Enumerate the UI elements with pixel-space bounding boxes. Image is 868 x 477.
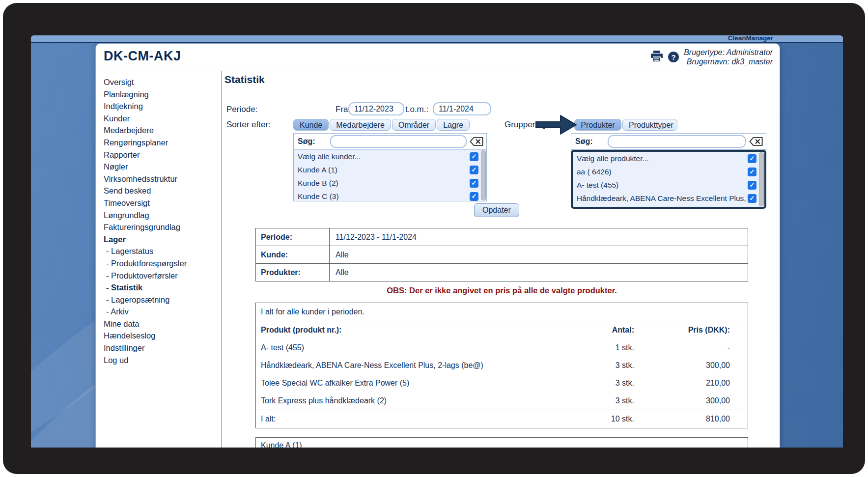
list-item[interactable]: Kunde C (3) ✓ — [294, 190, 486, 201]
fra-date-input[interactable] — [348, 102, 404, 115]
user-name-label: Brugernavn: dk3_master — [684, 57, 773, 66]
totals-table-caption: I alt for alle kunder i perioden. — [256, 303, 748, 321]
window-header: DK-CM-AKJ ? Brugertype: Administrator Br… — [96, 44, 780, 71]
table-row: Håndklædeark, ABENA Care-Ness Excellent … — [256, 357, 748, 374]
sidebar-item-oversigt[interactable]: Oversigt — [104, 76, 222, 88]
table-row: Tork Express plus håndklædeark (2) 3 stk… — [256, 392, 748, 410]
list-item[interactable]: aa ( 6426) ✓ — [573, 165, 764, 178]
summary-table: Periode: 11/12-2023 - 11/1-2024 Kunde: A… — [255, 228, 748, 281]
opdater-button[interactable]: Opdater — [474, 203, 519, 217]
customer-list: Vælg alle kunder... ✓ Kunde A (1) ✓ Kund… — [294, 150, 486, 201]
page-background: CleanManager DK-CM-AKJ ? Brugertype: Adm… — [31, 35, 843, 448]
sidebar-item-send-besked[interactable]: Send besked — [104, 185, 222, 197]
product-search-input[interactable] — [608, 135, 746, 148]
brand-logo-text: CleanManager — [728, 35, 773, 42]
page-title: Statistik — [224, 74, 265, 85]
checkbox-checked-icon[interactable]: ✓ — [470, 179, 478, 188]
sidebar-item-faktureringsgrundlag[interactable]: Faktureringsgrundlag — [104, 221, 222, 233]
list-item[interactable]: Vælg alle produkter... ✓ — [573, 152, 764, 165]
summary-row: Periode: 11/12-2023 - 11/1-2024 — [256, 228, 748, 246]
checkbox-checked-icon[interactable]: ✓ — [470, 166, 478, 174]
next-section-caption: Kunde A (1) — [256, 438, 748, 448]
sidebar-item-longrundlag[interactable]: Løngrundlag — [104, 209, 222, 222]
sidebar-item-statistik[interactable]: - Statistik — [104, 281, 222, 294]
periode-label: Periode: — [226, 105, 257, 114]
list-item[interactable]: A- test (455) ✓ — [573, 178, 764, 192]
sidebar-item-arkiv[interactable]: - Arkiv — [104, 306, 222, 318]
sidebar-item-lagerstatus[interactable]: - Lagerstatus — [104, 245, 222, 257]
sidebar-item-rengoringsplaner[interactable]: Rengøringsplaner — [104, 137, 222, 149]
table-total-row: I alt: 10 stk. 810,00 — [256, 410, 748, 428]
customer-search-input[interactable] — [330, 135, 467, 148]
checkbox-checked-icon[interactable]: ✓ — [470, 192, 478, 201]
summary-row: Kunde: Alle — [256, 246, 748, 264]
next-customer-section: Kunde A (1) — [255, 437, 748, 448]
sidebar-item-haendelseslog[interactable]: Hændelseslog — [104, 330, 222, 342]
sidebar-item-medarbejdere[interactable]: Medarbejdere — [104, 124, 222, 137]
sorter-efter-label: Sorter efter: — [226, 120, 271, 130]
customer-list-scrollbar[interactable] — [481, 150, 486, 200]
customer-search-row: Søg: — [294, 134, 486, 150]
sidebar-item-lageropsaetning[interactable]: - Lageropsætning — [104, 294, 222, 306]
sidebar-item-log-ud[interactable]: Log ud — [104, 354, 222, 366]
table-row: A- test (455) 1 stk. - — [256, 339, 748, 357]
sidebar-item-produktforesporgsler[interactable]: - Produktforespørgsler — [104, 257, 222, 270]
tab-medarbejdere[interactable]: Medarbejdere — [330, 119, 391, 131]
table-row: Toiee Special WC afkalker Extra Power (5… — [256, 374, 748, 392]
tab-produkttyper[interactable]: Produkttyper — [622, 119, 677, 131]
group-tabbar: Produkter Produkttyper — [574, 119, 677, 131]
product-list: Vælg alle produkter... ✓ aa ( 6426) ✓ A-… — [571, 150, 766, 209]
main-content: Statistik Periode: Fra: t.o.m.: Sorter e… — [223, 71, 780, 448]
totals-table-header: Produkt (produkt nr.): Antal: Pris (DKK)… — [256, 321, 748, 339]
sidebar-nav: Oversigt Planlægning Indtjekning Kunder … — [96, 71, 222, 448]
totals-table: I alt for alle kunder i perioden. Produk… — [255, 303, 748, 428]
user-type-label: Brugertype: Administrator — [684, 48, 773, 57]
sidebar-item-virksomhedsstruktur[interactable]: Virksomhedsstruktur — [104, 173, 222, 185]
sidebar-item-planlaegning[interactable]: Planlægning — [104, 88, 222, 101]
sidebar-item-rapporter[interactable]: Rapporter — [104, 149, 222, 161]
checkbox-checked-icon[interactable]: ✓ — [748, 181, 756, 190]
checkbox-checked-icon[interactable]: ✓ — [748, 154, 756, 163]
product-filter-panel: Søg: Vælg alle produkter... ✓ aa ( 6426) — [571, 133, 766, 209]
customer-search-label: Søg: — [298, 137, 330, 146]
sidebar-item-timeoversigt[interactable]: Timeoversigt — [104, 197, 222, 209]
price-warning-text: OBS: Der er ikke angivet en pris på alle… — [255, 286, 748, 295]
sidebar-item-mine-data[interactable]: Mine data — [104, 318, 222, 330]
sidebar-item-produktoverforsler[interactable]: - Produktoverførsler — [104, 270, 222, 282]
gruppering-label: Gruppering — [504, 120, 546, 130]
checkbox-checked-icon[interactable]: ✓ — [748, 194, 756, 203]
product-search-clear-icon[interactable] — [749, 137, 763, 146]
checkbox-checked-icon[interactable]: ✓ — [470, 152, 478, 161]
tom-date-input[interactable] — [433, 102, 491, 115]
print-icon[interactable] — [650, 50, 663, 64]
sidebar-item-nogler[interactable]: Nøgler — [104, 161, 222, 173]
product-search-row: Søg: — [571, 133, 766, 150]
tab-produkter[interactable]: Produkter — [574, 119, 621, 131]
sort-tabbar: Kunde Medarbejdere Områder Lagre — [293, 119, 470, 131]
checkbox-checked-icon[interactable]: ✓ — [748, 168, 756, 176]
list-item[interactable]: Håndklædeark, ABENA Care-Ness Excellent … — [573, 192, 764, 205]
product-list-scrollbar[interactable] — [759, 152, 764, 206]
tom-label: t.o.m.: — [405, 105, 428, 114]
list-item[interactable]: Kunde B (2) ✓ — [294, 176, 486, 190]
customer-filter-panel: Søg: Vælg alle kunder... ✓ Kunde A (1) — [293, 133, 487, 201]
product-search-label: Søg: — [575, 137, 608, 146]
customer-search-clear-icon[interactable] — [470, 137, 483, 146]
app-title: DK-CM-AKJ — [104, 49, 181, 64]
list-item[interactable]: Kunde A (1) ✓ — [294, 163, 486, 176]
sidebar-item-indstillinger[interactable]: Indstillinger — [104, 342, 222, 354]
sidebar-item-kunder[interactable]: Kunder — [104, 112, 222, 125]
tab-omrader[interactable]: Områder — [392, 119, 436, 131]
sidebar-item-indtjekning[interactable]: Indtjekning — [104, 100, 222, 112]
summary-row: Produkter: Alle — [256, 264, 748, 281]
screenshot-frame: CleanManager DK-CM-AKJ ? Brugertype: Adm… — [3, 3, 865, 474]
tab-kunde[interactable]: Kunde — [293, 119, 329, 131]
tab-lagre[interactable]: Lagre — [437, 119, 470, 131]
brand-bar: CleanManager — [31, 35, 843, 43]
app-window: DK-CM-AKJ ? Brugertype: Administrator Br… — [95, 43, 780, 448]
list-item[interactable]: Vælg alle kunder... ✓ — [294, 150, 486, 163]
help-icon[interactable]: ? — [668, 52, 679, 62]
sidebar-item-lager[interactable]: Lager — [104, 233, 222, 246]
